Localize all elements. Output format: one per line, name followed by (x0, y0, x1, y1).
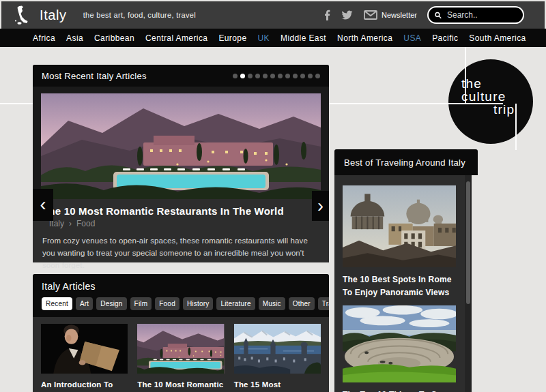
sidebar-article-title[interactable]: The Top 10 Things To See And Do (343, 389, 463, 392)
filter-pill[interactable]: Music (259, 297, 285, 310)
article-card-title[interactable]: An Introduction To The Voice Of The Coun… (41, 379, 128, 392)
sidebar-articles: The 10 Best Spots In Rome To Enjoy Panor… (343, 185, 463, 392)
nav-item[interactable]: USA (403, 33, 421, 43)
breadcrumb-chevron-icon: › (69, 219, 72, 228)
site-tagline: the best art, food, culture, travel (83, 11, 196, 19)
culture-trip-italy-page: Italy the best art, food, culture, trave… (0, 0, 546, 392)
carousel-dot[interactable] (300, 74, 305, 78)
culture-trip-logo[interactable]: the culture trip (448, 59, 533, 144)
filter-pill[interactable]: Other (289, 297, 315, 310)
carousel-pagination-dots (233, 74, 320, 78)
sidebar-article-title[interactable]: The 10 Best Spots In Rome To Enjoy Panor… (343, 273, 463, 299)
sidebar-article-image[interactable] (343, 185, 456, 267)
slide-description: From cozy venues to open-air spaces, the… (42, 235, 319, 271)
italy-articles-title: Italy Articles (42, 281, 320, 292)
crosshair-vertical-line-top (465, 47, 466, 104)
sidebar-article[interactable]: The Top 10 Things To See And Do (343, 305, 463, 392)
breadcrumb: Italy › Food (49, 219, 95, 228)
search-input[interactable] (446, 10, 517, 20)
article-card-title[interactable]: The 10 Most Romantic Restaurants In The … (137, 379, 224, 392)
search-icon (435, 11, 442, 20)
header-actions: Newsletter (320, 6, 526, 24)
carousel-stage: ‹ › (33, 87, 329, 199)
carousel-header: Most Recent Italy Articles (33, 65, 329, 87)
article-card-image[interactable] (137, 324, 224, 374)
carousel-dot[interactable] (240, 74, 245, 78)
sidebar-title: Best of Traveling Around Italy (344, 157, 465, 168)
search-box[interactable] (427, 6, 524, 24)
article-card-image[interactable] (234, 324, 321, 374)
nav-item[interactable]: Asia (66, 33, 83, 43)
nav-item[interactable]: Africa (33, 33, 55, 43)
nav-item[interactable]: North America (337, 33, 392, 43)
sidebar-header: Best of Traveling Around Italy (334, 149, 478, 175)
filter-pill[interactable]: Food (155, 297, 179, 310)
article-card-title[interactable]: The 15 Most Extravagant Cities In The Wo… (234, 379, 321, 392)
nav-item[interactable]: UK (258, 33, 270, 43)
italy-articles-panel: Italy Articles RecentArtDesignFilmFoodHi… (33, 274, 329, 392)
logo-word-trip: trip (493, 103, 515, 116)
carousel-dot[interactable] (278, 74, 283, 78)
twitter-icon[interactable] (341, 10, 354, 20)
nav-item[interactable]: Pacific (432, 33, 458, 43)
carousel-dot[interactable] (315, 74, 320, 78)
nav-item[interactable]: Caribbean (94, 33, 134, 43)
page-title: Italy (40, 7, 67, 23)
newsletter-link[interactable]: Newsletter (364, 10, 417, 20)
filter-pill[interactable]: Art (76, 297, 93, 310)
italy-articles-header: Italy Articles RecentArtDesignFilmFoodHi… (33, 274, 329, 317)
carousel-dot[interactable] (263, 74, 268, 78)
newsletter-label: Newsletter (382, 11, 417, 19)
carousel-dot[interactable] (293, 74, 298, 78)
slide-caption: The 10 Most Romantic Restaurants In The … (33, 199, 329, 262)
article-card[interactable]: The 15 Most Extravagant Cities In The Wo… (234, 324, 321, 392)
filter-pill[interactable]: History (183, 297, 214, 310)
article-card[interactable]: The 10 Most Romantic Restaurants In The … (137, 324, 224, 392)
italy-map-icon (12, 5, 29, 25)
filter-pill[interactable]: Literature (216, 297, 255, 310)
logo-word-culture: culture (461, 90, 506, 103)
nav-item[interactable]: Central America (145, 33, 207, 43)
carousel-dot[interactable] (308, 74, 313, 78)
carousel-title: Most Recent Italy Articles (42, 71, 147, 81)
carousel-dot[interactable] (270, 74, 275, 78)
region-nav: AfricaAsiaCaribbeanCentral AmericaEurope… (0, 29, 546, 47)
sidebar-article[interactable]: The 10 Best Spots In Rome To Enjoy Panor… (343, 185, 463, 299)
carousel-next-button[interactable]: › (312, 191, 329, 221)
sidebar-scrollbar-thumb[interactable] (466, 181, 470, 304)
article-card[interactable]: An Introduction To The Voice Of The Coun… (41, 324, 128, 392)
envelope-icon (364, 10, 377, 20)
filter-pill[interactable]: Travel (318, 297, 329, 310)
carousel-dot[interactable] (248, 74, 253, 78)
carousel-prev-button[interactable]: ‹ (33, 189, 53, 221)
filter-pill[interactable]: Design (96, 297, 126, 310)
article-card-image[interactable] (41, 324, 128, 374)
filter-pill[interactable]: Film (130, 297, 152, 310)
nav-item[interactable]: Europe (218, 33, 246, 43)
slide-image-romantic-restaurants[interactable] (41, 93, 321, 199)
sidebar-article-list: The 10 Best Spots In Rome To Enjoy Panor… (334, 175, 472, 392)
article-card-row: An Introduction To The Voice Of The Coun… (33, 317, 329, 392)
crosshair-vertical-line-bottom (515, 104, 517, 150)
site-header: Italy the best art, food, culture, trave… (1, 1, 545, 29)
sidebar-scrollbar-track[interactable] (465, 175, 472, 392)
filter-pill[interactable]: Recent (42, 297, 72, 310)
nav-item[interactable]: Middle East (281, 33, 326, 43)
category-filter-bar: RecentArtDesignFilmFoodHistoryLiterature… (42, 297, 320, 310)
sidebar-article-image[interactable] (343, 305, 456, 382)
nav-item[interactable]: South America (469, 33, 526, 43)
most-recent-articles-carousel: Most Recent Italy Articles ‹ › The 10 Mo… (33, 65, 329, 262)
slide-title[interactable]: The 10 Most Romantic Restaurants In The … (42, 205, 284, 217)
carousel-dot[interactable] (233, 74, 238, 78)
carousel-dot[interactable] (285, 74, 290, 78)
chevron-right-icon: › (317, 197, 324, 215)
carousel-dot[interactable] (255, 74, 260, 78)
chevron-left-icon: ‹ (40, 196, 46, 214)
facebook-icon[interactable] (320, 10, 330, 20)
breadcrumb-category[interactable]: Food (76, 219, 95, 228)
